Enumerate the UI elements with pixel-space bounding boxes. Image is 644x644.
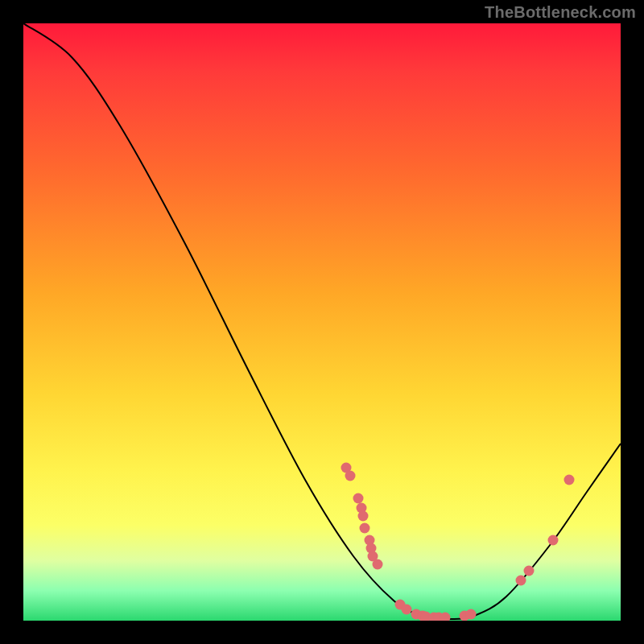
chart-area (23, 23, 621, 621)
data-point (402, 605, 412, 615)
data-point (564, 475, 575, 485)
data-point (345, 471, 356, 481)
chart-svg (23, 23, 621, 621)
data-point (358, 511, 369, 522)
data-point (548, 535, 559, 546)
data-point (524, 566, 535, 576)
data-point (360, 523, 370, 534)
curve-line (23, 23, 621, 619)
data-point (373, 559, 383, 570)
data-point (466, 609, 477, 620)
data-point (353, 493, 364, 504)
data-point (516, 576, 526, 586)
watermark-text: TheBottleneck.com (485, 3, 636, 22)
